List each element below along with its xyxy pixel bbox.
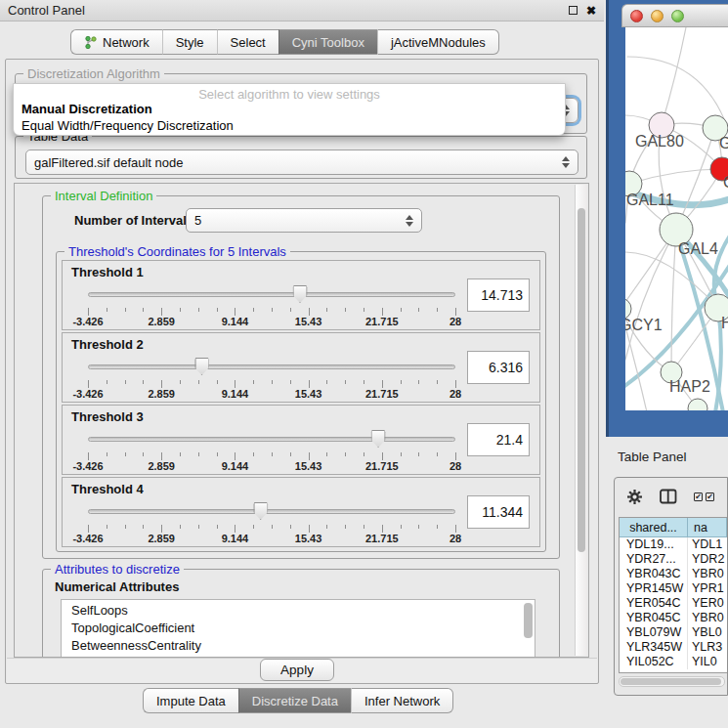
tab-cyni-toolbox[interactable]: Cyni Toolbox — [278, 29, 377, 55]
attribute-item-selfloops[interactable]: SelfLoops — [71, 602, 535, 620]
settings-scrollbar-thumb[interactable] — [578, 208, 585, 552]
table-cell: YBL079W — [620, 625, 688, 640]
num-intervals-combobox[interactable]: 5 — [186, 208, 422, 233]
slider-tick — [88, 525, 89, 533]
node-label: H — [721, 315, 728, 331]
settings-scrollbar-track[interactable] — [575, 185, 587, 656]
popup-option-manual-discretization[interactable]: Manual Discretization — [14, 101, 565, 117]
slider-tick — [418, 380, 419, 384]
table-data-combobox[interactable]: galFiltered.sif default node — [25, 150, 578, 175]
tab-select[interactable]: Select — [217, 29, 278, 55]
threshold-value-field[interactable]: 14.713 — [467, 278, 530, 312]
slider-tick-label: 21.715 — [365, 316, 399, 327]
slider-thumb[interactable] — [253, 502, 268, 520]
attributes-group: Attributes to discretize Numerical Attri… — [42, 569, 560, 658]
slider-tick-label: 9.144 — [222, 460, 249, 472]
table-hscrollbar-track[interactable] — [619, 676, 725, 687]
close-traffic-light[interactable] — [630, 10, 643, 22]
apply-button[interactable]: Apply — [260, 659, 334, 681]
slider-tick-label: 21.715 — [365, 388, 399, 400]
table-row[interactable]: YER054CYER0 — [620, 596, 727, 611]
slider-tick — [235, 380, 236, 388]
tab-network[interactable]: Network — [70, 29, 162, 55]
table-row[interactable]: YPR145WYPR1 — [620, 581, 727, 596]
slider-tick — [253, 525, 254, 529]
table-panel-title: Table Panel — [618, 450, 687, 464]
table-data-combobox-value: galFiltered.sif default node — [34, 155, 183, 170]
slider-thumb[interactable] — [194, 358, 209, 375]
slider-track[interactable] — [88, 509, 455, 514]
network-edge — [671, 230, 676, 372]
slider-tick — [161, 452, 162, 460]
table-column-header[interactable]: na — [688, 518, 727, 536]
close-panel-icon[interactable]: ✖ — [586, 5, 596, 17]
table-column-header[interactable]: shared... — [620, 518, 688, 536]
tab-infer-network[interactable]: Infer Network — [351, 688, 453, 713]
threshold-value-field[interactable]: 6.316 — [467, 351, 530, 384]
tab-label: Impute Data — [156, 694, 226, 708]
threshold-slider[interactable]: -3.4262.8599.14415.4321.71528 — [88, 357, 455, 400]
threshold-value-field[interactable]: 21.4 — [467, 423, 530, 456]
slider-tick-label: 2.859 — [148, 388, 175, 400]
threshold-value-field[interactable]: 11.344 — [467, 495, 530, 529]
zoom-traffic-light[interactable] — [671, 10, 684, 22]
slider-tick — [437, 525, 438, 529]
numerical-attributes-list[interactable]: SelfLoopsTopologicalCoefficientBetweenne… — [61, 599, 535, 658]
table-row[interactable]: YBL079WYBL0 — [620, 625, 727, 640]
attributes-list-scrollbar[interactable] — [524, 603, 533, 638]
slider-thumb[interactable] — [293, 285, 308, 303]
minimize-traffic-light[interactable] — [651, 10, 664, 22]
slider-tick-label: 2.859 — [148, 316, 175, 327]
slider-tick — [272, 308, 273, 312]
float-window-icon[interactable] — [569, 6, 578, 15]
threshold-list: Threshold 1-3.4262.8599.14415.4321.71528… — [62, 260, 540, 549]
gear-icon[interactable] — [626, 489, 643, 505]
table-header-row: shared...na — [620, 518, 727, 537]
node-label: GAL11 — [626, 192, 674, 208]
slider-tick-label: 2.859 — [148, 533, 175, 544]
table-row[interactable]: YBR045CYBR0 — [620, 611, 727, 625]
slider-tick — [253, 380, 254, 384]
algorithm-dropdown-popup: Select algorithm to view settings Manual… — [13, 83, 566, 136]
attribute-item-betweennesscentrality[interactable]: BetweennessCentrality — [71, 637, 535, 655]
network-canvas[interactable]: GAL80GACGAL11GAL4GCY1HHAP2 — [625, 27, 728, 410]
tab-impute-data[interactable]: Impute Data — [143, 688, 238, 713]
network-edge — [625, 230, 676, 360]
popup-option-equal-width-frequency-discretization[interactable]: Equal Width/Frequency Discretization — [14, 117, 565, 134]
table-row[interactable]: YDL19...YDL1 — [620, 537, 727, 552]
slider-tick — [455, 380, 456, 388]
network-window-titlebar[interactable] — [621, 4, 728, 27]
table-row[interactable]: YIL052CYIL0 — [620, 655, 727, 669]
slider-track[interactable] — [88, 364, 455, 369]
tab-jactivemnodules[interactable]: jActiveMNodules — [377, 29, 499, 55]
panel-title: Control Panel — [8, 3, 85, 18]
threshold-label: Threshold 4 — [71, 482, 144, 496]
tab-style[interactable]: Style — [162, 29, 217, 55]
table-row[interactable]: YDR27...YDR2 — [620, 552, 727, 567]
slider-tick-label: 28 — [450, 316, 461, 327]
slider-track[interactable] — [88, 437, 455, 442]
tab-discretize-data[interactable]: Discretize Data — [238, 688, 351, 713]
threshold-slider[interactable]: -3.4262.8599.14415.4321.71528 — [88, 429, 455, 472]
attribute-item-topologicalcoefficient[interactable]: TopologicalCoefficient — [71, 620, 535, 637]
column-view-icon[interactable] — [660, 489, 677, 504]
table-row[interactable]: YLR345WYLR3 — [620, 640, 727, 655]
slider-tick — [143, 380, 144, 384]
select-columns-icon[interactable]: ✔ ✔ — [694, 492, 714, 501]
slider-tick — [290, 308, 291, 312]
table-cell: YDL1 — [688, 537, 727, 552]
threshold-slider[interactable]: -3.4262.8599.14415.4321.71528 — [88, 284, 455, 327]
slider-tick — [345, 308, 346, 312]
slider-track[interactable] — [88, 292, 455, 297]
slider-tick — [143, 525, 144, 529]
tab-label: Network — [103, 35, 150, 50]
slider-tick — [309, 452, 310, 460]
table-hscrollbar-thumb[interactable] — [621, 678, 721, 685]
node-label: GAL4 — [678, 240, 718, 257]
network-icon — [84, 35, 98, 50]
slider-tick — [455, 452, 456, 460]
slider-thumb[interactable] — [371, 430, 386, 448]
slider-tick-label: 9.144 — [222, 316, 249, 327]
threshold-slider[interactable]: -3.4262.8599.14415.4321.71528 — [88, 501, 455, 544]
table-row[interactable]: YBR043CYBR0 — [620, 567, 727, 581]
